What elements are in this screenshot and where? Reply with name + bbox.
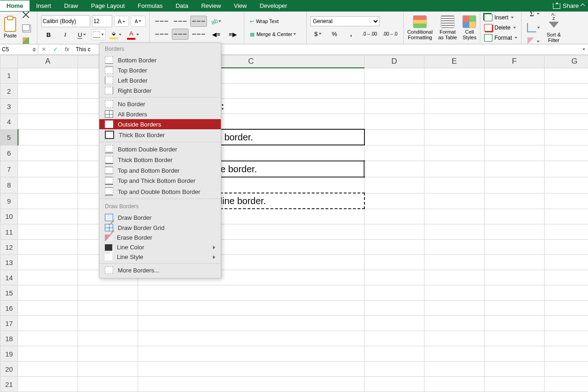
row-header-14[interactable]: 14 bbox=[0, 270, 18, 285]
menu-right-border[interactable]: Right Border bbox=[99, 85, 221, 96]
decrease-indent-button[interactable]: ◀≡ bbox=[209, 29, 224, 40]
cell-A17[interactable] bbox=[18, 316, 78, 331]
cell-F3[interactable] bbox=[485, 99, 545, 114]
cell-F21[interactable] bbox=[485, 377, 545, 392]
cell-E12[interactable] bbox=[424, 240, 485, 255]
cell-D11[interactable] bbox=[364, 224, 424, 240]
share-button[interactable]: Share bbox=[553, 2, 588, 9]
cell-A9[interactable] bbox=[18, 193, 78, 209]
conditional-formatting-button[interactable]: Conditional Formatting bbox=[407, 15, 433, 40]
fill-color-button[interactable]: ⬙ bbox=[108, 29, 123, 40]
cell-F17[interactable] bbox=[485, 316, 545, 331]
comma-button[interactable]: , bbox=[344, 28, 358, 39]
cell-E1[interactable] bbox=[424, 68, 485, 84]
row-header-11[interactable]: 11 bbox=[0, 224, 18, 240]
cell-A19[interactable] bbox=[18, 346, 78, 362]
cell-G19[interactable] bbox=[545, 346, 588, 362]
cell-E20[interactable] bbox=[424, 362, 485, 377]
menu-top-double-bottom-border[interactable]: Top and Double Bottom Border bbox=[99, 186, 221, 197]
menu-draw-border[interactable]: Draw Border bbox=[99, 212, 221, 223]
increase-decimal-button[interactable]: .0→.00 bbox=[360, 28, 379, 39]
cell-F13[interactable] bbox=[485, 255, 545, 270]
align-middle-button[interactable] bbox=[172, 16, 188, 27]
cell-C20[interactable] bbox=[138, 362, 364, 377]
cell-A20[interactable] bbox=[18, 362, 78, 377]
cell-F2[interactable] bbox=[485, 84, 545, 99]
paste-button[interactable]: Paste bbox=[4, 17, 17, 38]
row-header-17[interactable]: 17 bbox=[0, 316, 18, 331]
row-header-19[interactable]: 19 bbox=[0, 346, 18, 362]
cell-A1[interactable] bbox=[18, 68, 78, 84]
cell-D8[interactable] bbox=[364, 177, 424, 193]
format-as-table-button[interactable]: Format as Table bbox=[438, 15, 457, 40]
cell-F1[interactable] bbox=[485, 68, 545, 84]
tab-formulas[interactable]: Formulas bbox=[131, 0, 169, 11]
cell-A5[interactable] bbox=[18, 129, 78, 145]
cell-D5[interactable] bbox=[364, 129, 424, 145]
tab-view[interactable]: View bbox=[227, 0, 253, 11]
menu-bottom-border[interactable]: Bottom Border bbox=[99, 55, 221, 65]
menu-outside-borders[interactable]: Outside Borders bbox=[99, 119, 221, 129]
align-left-button[interactable] bbox=[153, 29, 170, 40]
cell-G14[interactable] bbox=[545, 270, 588, 285]
cell-E8[interactable] bbox=[424, 177, 485, 193]
spreadsheet-grid[interactable]: A B C D E F G 123rent Border Styles:45ro… bbox=[0, 55, 588, 392]
borders-split-button[interactable] bbox=[91, 29, 106, 40]
cell-F18[interactable] bbox=[485, 331, 545, 346]
select-all-corner[interactable] bbox=[0, 55, 18, 68]
cell-D6[interactable] bbox=[364, 145, 424, 161]
cell-E14[interactable] bbox=[424, 270, 485, 285]
cell-E10[interactable] bbox=[424, 209, 485, 224]
cell-A6[interactable] bbox=[18, 145, 78, 161]
menu-more-borders[interactable]: More Borders... bbox=[99, 265, 221, 275]
name-box[interactable]: C5 bbox=[0, 44, 38, 54]
expand-formula-bar[interactable] bbox=[582, 48, 585, 50]
cell-E11[interactable] bbox=[424, 224, 485, 240]
decrease-font-button[interactable]: A bbox=[131, 16, 145, 27]
menu-left-border[interactable]: Left Border bbox=[99, 75, 221, 85]
cell-C15[interactable] bbox=[138, 285, 364, 301]
decrease-decimal-button[interactable]: .00→.0 bbox=[381, 28, 399, 39]
cell-B15[interactable] bbox=[78, 285, 138, 301]
wrap-text-button[interactable]: ↩Wrap Text bbox=[248, 16, 303, 27]
increase-indent-button[interactable]: ≡▶ bbox=[225, 29, 240, 40]
menu-line-color[interactable]: Line Color bbox=[99, 242, 221, 252]
cell-D7[interactable] bbox=[364, 161, 424, 177]
cell-A15[interactable] bbox=[18, 285, 78, 301]
align-bottom-button[interactable] bbox=[190, 16, 207, 27]
cell-B18[interactable] bbox=[78, 331, 138, 346]
cell-F11[interactable] bbox=[485, 224, 545, 240]
row-header-20[interactable]: 20 bbox=[0, 362, 18, 377]
sort-filter-button[interactable]: Sort & Filter bbox=[546, 32, 561, 43]
cell-A10[interactable] bbox=[18, 209, 78, 224]
cell-D2[interactable] bbox=[364, 84, 424, 99]
cell-G5[interactable] bbox=[545, 129, 588, 145]
menu-top-border[interactable]: Top Border bbox=[99, 65, 221, 75]
cell-B16[interactable] bbox=[78, 301, 138, 316]
row-header-6[interactable]: 6 bbox=[0, 145, 18, 161]
col-header-a[interactable]: A bbox=[18, 55, 78, 68]
row-header-12[interactable]: 12 bbox=[0, 240, 18, 255]
cell-E4[interactable] bbox=[424, 114, 485, 130]
cell-D17[interactable] bbox=[364, 316, 424, 331]
number-format-combo[interactable]: General bbox=[310, 16, 380, 26]
cell-G3[interactable] bbox=[545, 99, 588, 114]
cell-A4[interactable] bbox=[18, 114, 78, 130]
insert-cells-button[interactable]: Insert bbox=[484, 14, 517, 21]
cell-A18[interactable] bbox=[18, 331, 78, 346]
align-right-button[interactable] bbox=[190, 29, 207, 40]
increase-font-button[interactable]: A bbox=[114, 16, 129, 27]
font-name-combo[interactable] bbox=[41, 15, 90, 27]
cell-F14[interactable] bbox=[485, 270, 545, 285]
percent-button[interactable]: % bbox=[327, 28, 342, 39]
cell-B21[interactable] bbox=[78, 377, 138, 392]
cell-D10[interactable] bbox=[364, 209, 424, 224]
font-size-combo[interactable] bbox=[92, 15, 112, 27]
cell-G11[interactable] bbox=[545, 224, 588, 240]
cell-G17[interactable] bbox=[545, 316, 588, 331]
cell-D4[interactable] bbox=[364, 114, 424, 130]
cell-E2[interactable] bbox=[424, 84, 485, 99]
cell-G16[interactable] bbox=[545, 301, 588, 316]
font-color-button[interactable]: A bbox=[125, 29, 141, 40]
cell-G15[interactable] bbox=[545, 285, 588, 301]
